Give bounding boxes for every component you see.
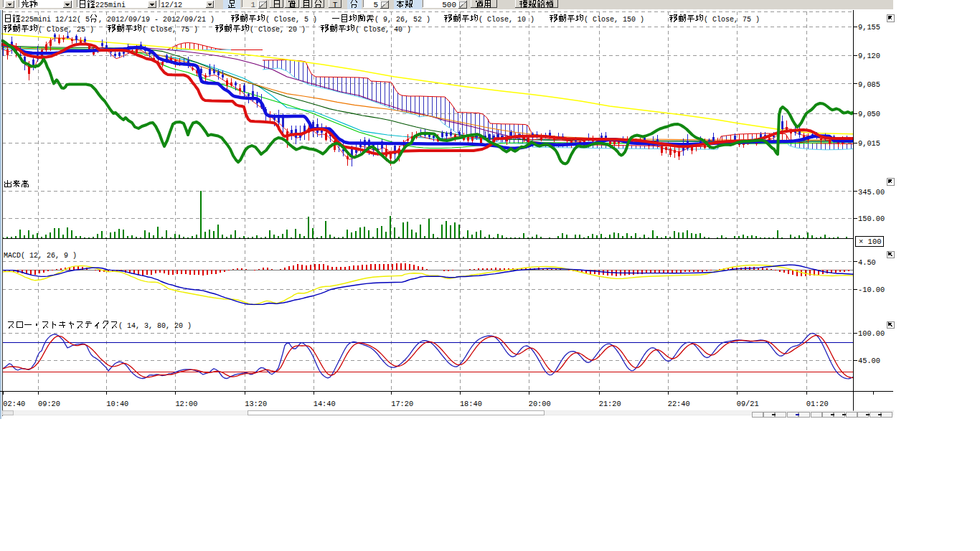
svg-text:9,155: 9,155 [858,23,880,32]
svg-text:( Close, 75 ): ( Close, 75 ) [142,25,198,34]
svg-text:( 14, 3, 80, 20 ): ( 14, 3, 80, 20 ) [118,321,192,330]
svg-text:09/21: 09/21 [737,400,759,408]
svg-text:( Close, 20 ): ( Close, 20 ) [250,25,306,34]
svg-text:500: 500 [442,1,456,9]
svg-text:150.00: 150.00 [858,215,885,223]
svg-text:, 2012/09/19 - 2012/09/21 ): , 2012/09/19 - 2012/09/21 ) [98,15,215,24]
svg-text:13:20: 13:20 [245,400,267,408]
svg-text:10:40: 10:40 [106,400,128,408]
svg-text:9,050: 9,050 [858,110,880,118]
svg-text:21:20: 21:20 [599,400,621,408]
svg-text:( Close, 150 ): ( Close, 150 ) [584,15,644,24]
svg-text:225mini: 225mini [95,1,126,9]
svg-text:01:20: 01:20 [806,400,829,408]
svg-text:18:40: 18:40 [460,400,482,408]
svg-text:5: 5 [373,1,378,9]
svg-text:225mini 12/12( 5: 225mini 12/12( 5 [21,15,90,24]
svg-text:9,085: 9,085 [858,80,880,89]
svg-text:12:00: 12:00 [175,400,197,408]
svg-text:345.00: 345.00 [858,188,885,197]
svg-text:( Close, 10 ): ( Close, 10 ) [479,15,534,24]
svg-text:9,120: 9,120 [858,52,880,60]
svg-text:9,015: 9,015 [858,139,880,148]
svg-text:20:00: 20:00 [529,400,551,408]
svg-text:× 100: × 100 [859,237,882,246]
svg-text:100.00: 100.00 [858,329,885,338]
svg-text:MACD( 12, 26, 9 ): MACD( 12, 26, 9 ) [4,251,77,260]
svg-text:45.00: 45.00 [858,357,880,365]
svg-text:( Close, 40 ): ( Close, 40 ) [355,25,411,34]
svg-text:02:40: 02:40 [3,400,25,408]
svg-text:14:40: 14:40 [314,400,336,408]
svg-text:( Close, 5 ): ( Close, 5 ) [265,15,317,24]
svg-text:( 9, 26, 52 ): ( 9, 26, 52 ) [374,15,430,24]
svg-text:( Close, 25 ): ( Close, 25 ) [38,25,94,34]
svg-text:4.50: 4.50 [858,258,876,267]
svg-text:17:20: 17:20 [391,400,413,408]
svg-text:( Close, 75 ): ( Close, 75 ) [704,15,760,24]
svg-text:12/12: 12/12 [161,1,182,9]
svg-text:22:40: 22:40 [668,400,690,408]
svg-text:-10.00: -10.00 [858,286,885,294]
svg-text:T: T [333,1,338,9]
svg-text:1: 1 [250,1,255,9]
svg-text:09:20: 09:20 [38,400,60,408]
